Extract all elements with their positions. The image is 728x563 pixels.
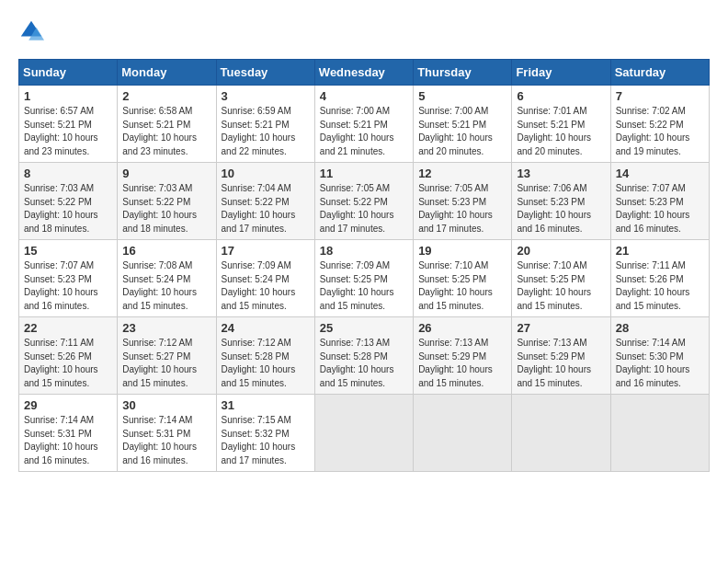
day-number: 19 <box>418 244 506 258</box>
day-info: Sunrise: 7:14 AM Sunset: 5:30 PM Dayligh… <box>616 337 704 390</box>
day-number: 7 <box>616 89 704 103</box>
day-info: Sunrise: 7:01 AM Sunset: 5:21 PM Dayligh… <box>517 105 605 158</box>
week-row-2: 8Sunrise: 7:03 AM Sunset: 5:22 PM Daylig… <box>19 163 710 240</box>
day-number: 1 <box>24 89 112 103</box>
day-cell <box>414 395 512 472</box>
day-number: 15 <box>24 244 112 258</box>
day-cell: 29Sunrise: 7:14 AM Sunset: 5:31 PM Dayli… <box>19 395 118 472</box>
day-info: Sunrise: 7:03 AM Sunset: 5:22 PM Dayligh… <box>122 182 210 236</box>
day-number: 31 <box>222 398 310 412</box>
day-header-tuesday: Tuesday <box>216 60 314 86</box>
day-cell: 22Sunrise: 7:11 AM Sunset: 5:26 PM Dayli… <box>19 317 118 395</box>
day-header-thursday: Thursday <box>414 60 512 86</box>
day-info: Sunrise: 6:59 AM Sunset: 5:21 PM Dayligh… <box>222 105 310 158</box>
day-number: 12 <box>418 167 506 180</box>
day-number: 30 <box>122 398 210 412</box>
day-cell: 14Sunrise: 7:07 AM Sunset: 5:23 PM Dayli… <box>610 163 709 240</box>
day-info: Sunrise: 7:15 AM Sunset: 5:32 PM Dayligh… <box>222 414 310 467</box>
day-number: 27 <box>517 321 605 335</box>
day-info: Sunrise: 7:12 AM Sunset: 5:28 PM Dayligh… <box>222 337 310 390</box>
day-info: Sunrise: 7:11 AM Sunset: 5:26 PM Dayligh… <box>24 337 112 390</box>
day-cell: 5Sunrise: 7:00 AM Sunset: 5:21 PM Daylig… <box>414 86 512 163</box>
day-number: 18 <box>320 244 408 258</box>
day-header-friday: Friday <box>512 60 610 86</box>
day-number: 13 <box>517 167 605 180</box>
week-row-3: 15Sunrise: 7:07 AM Sunset: 5:23 PM Dayli… <box>19 240 710 317</box>
day-info: Sunrise: 7:11 AM Sunset: 5:26 PM Dayligh… <box>616 259 704 313</box>
day-cell: 4Sunrise: 7:00 AM Sunset: 5:21 PM Daylig… <box>314 86 413 163</box>
day-info: Sunrise: 7:07 AM Sunset: 5:23 PM Dayligh… <box>616 182 704 236</box>
day-info: Sunrise: 7:04 AM Sunset: 5:22 PM Dayligh… <box>222 182 310 236</box>
day-number: 4 <box>320 89 408 103</box>
day-cell: 9Sunrise: 7:03 AM Sunset: 5:22 PM Daylig… <box>118 163 216 240</box>
day-info: Sunrise: 7:00 AM Sunset: 5:21 PM Dayligh… <box>320 105 408 158</box>
day-header-sunday: Sunday <box>19 60 118 86</box>
day-info: Sunrise: 7:05 AM Sunset: 5:22 PM Dayligh… <box>320 182 408 236</box>
week-row-1: 1Sunrise: 6:57 AM Sunset: 5:21 PM Daylig… <box>19 86 710 163</box>
day-number: 6 <box>517 89 605 103</box>
day-number: 23 <box>122 321 210 335</box>
day-cell: 16Sunrise: 7:08 AM Sunset: 5:24 PM Dayli… <box>118 240 216 317</box>
day-number: 8 <box>24 167 112 180</box>
day-cell: 25Sunrise: 7:13 AM Sunset: 5:28 PM Dayli… <box>314 317 413 395</box>
day-cell: 7Sunrise: 7:02 AM Sunset: 5:22 PM Daylig… <box>610 86 709 163</box>
day-info: Sunrise: 7:05 AM Sunset: 5:23 PM Dayligh… <box>418 182 506 236</box>
day-number: 16 <box>122 244 210 258</box>
day-cell: 2Sunrise: 6:58 AM Sunset: 5:21 PM Daylig… <box>118 86 216 163</box>
day-number: 24 <box>222 321 310 335</box>
day-number: 22 <box>24 321 112 335</box>
day-cell <box>610 395 709 472</box>
day-cell: 20Sunrise: 7:10 AM Sunset: 5:25 PM Dayli… <box>512 240 610 317</box>
day-number: 25 <box>320 321 408 335</box>
day-cell: 8Sunrise: 7:03 AM Sunset: 5:22 PM Daylig… <box>19 163 118 240</box>
calendar-table: SundayMondayTuesdayWednesdayThursdayFrid… <box>18 59 710 472</box>
page-header <box>18 18 710 44</box>
day-info: Sunrise: 6:58 AM Sunset: 5:21 PM Dayligh… <box>122 105 210 158</box>
day-info: Sunrise: 7:14 AM Sunset: 5:31 PM Dayligh… <box>24 414 112 467</box>
day-info: Sunrise: 7:14 AM Sunset: 5:31 PM Dayligh… <box>122 414 210 467</box>
day-number: 29 <box>24 398 112 412</box>
day-info: Sunrise: 6:57 AM Sunset: 5:21 PM Dayligh… <box>24 105 112 158</box>
day-number: 28 <box>616 321 704 335</box>
day-number: 2 <box>122 89 210 103</box>
day-number: 11 <box>320 167 408 180</box>
day-cell: 30Sunrise: 7:14 AM Sunset: 5:31 PM Dayli… <box>118 395 216 472</box>
day-cell: 31Sunrise: 7:15 AM Sunset: 5:32 PM Dayli… <box>216 395 314 472</box>
day-cell: 26Sunrise: 7:13 AM Sunset: 5:29 PM Dayli… <box>414 317 512 395</box>
day-info: Sunrise: 7:13 AM Sunset: 5:29 PM Dayligh… <box>418 337 506 390</box>
header-row: SundayMondayTuesdayWednesdayThursdayFrid… <box>19 60 710 86</box>
day-cell: 10Sunrise: 7:04 AM Sunset: 5:22 PM Dayli… <box>216 163 314 240</box>
day-cell: 28Sunrise: 7:14 AM Sunset: 5:30 PM Dayli… <box>610 317 709 395</box>
day-cell: 27Sunrise: 7:13 AM Sunset: 5:29 PM Dayli… <box>512 317 610 395</box>
day-info: Sunrise: 7:09 AM Sunset: 5:25 PM Dayligh… <box>320 259 408 313</box>
day-info: Sunrise: 7:06 AM Sunset: 5:23 PM Dayligh… <box>517 182 605 236</box>
day-cell <box>314 395 413 472</box>
day-number: 21 <box>616 244 704 258</box>
day-cell: 11Sunrise: 7:05 AM Sunset: 5:22 PM Dayli… <box>314 163 413 240</box>
day-cell: 6Sunrise: 7:01 AM Sunset: 5:21 PM Daylig… <box>512 86 610 163</box>
day-info: Sunrise: 7:10 AM Sunset: 5:25 PM Dayligh… <box>517 259 605 313</box>
day-cell: 19Sunrise: 7:10 AM Sunset: 5:25 PM Dayli… <box>414 240 512 317</box>
logo <box>18 18 48 44</box>
week-row-5: 29Sunrise: 7:14 AM Sunset: 5:31 PM Dayli… <box>19 395 710 472</box>
day-number: 14 <box>616 167 704 180</box>
day-info: Sunrise: 7:09 AM Sunset: 5:24 PM Dayligh… <box>222 259 310 313</box>
day-info: Sunrise: 7:13 AM Sunset: 5:29 PM Dayligh… <box>517 337 605 390</box>
day-number: 9 <box>122 167 210 180</box>
day-header-monday: Monday <box>118 60 216 86</box>
day-info: Sunrise: 7:02 AM Sunset: 5:22 PM Dayligh… <box>616 105 704 158</box>
day-cell: 24Sunrise: 7:12 AM Sunset: 5:28 PM Dayli… <box>216 317 314 395</box>
day-header-wednesday: Wednesday <box>314 60 413 86</box>
day-cell <box>512 395 610 472</box>
day-cell: 15Sunrise: 7:07 AM Sunset: 5:23 PM Dayli… <box>19 240 118 317</box>
day-info: Sunrise: 7:12 AM Sunset: 5:27 PM Dayligh… <box>122 337 210 390</box>
day-number: 26 <box>418 321 506 335</box>
day-number: 17 <box>222 244 310 258</box>
day-info: Sunrise: 7:07 AM Sunset: 5:23 PM Dayligh… <box>24 259 112 313</box>
day-info: Sunrise: 7:03 AM Sunset: 5:22 PM Dayligh… <box>24 182 112 236</box>
day-number: 3 <box>222 89 310 103</box>
day-cell: 17Sunrise: 7:09 AM Sunset: 5:24 PM Dayli… <box>216 240 314 317</box>
day-info: Sunrise: 7:00 AM Sunset: 5:21 PM Dayligh… <box>418 105 506 158</box>
day-info: Sunrise: 7:10 AM Sunset: 5:25 PM Dayligh… <box>418 259 506 313</box>
day-cell: 1Sunrise: 6:57 AM Sunset: 5:21 PM Daylig… <box>19 86 118 163</box>
